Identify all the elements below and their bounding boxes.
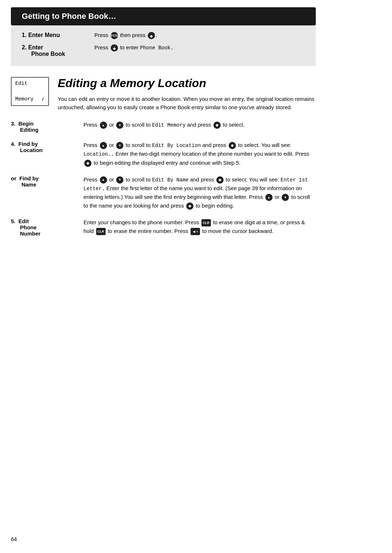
edit-memory-mono: Edit Memory: [152, 122, 185, 128]
dn-inner: ▼: [118, 123, 122, 128]
box-memory-text: Memory: [15, 96, 33, 102]
nav-sel-icon-1: [148, 32, 155, 39]
step-1-label: 1. Enter Menu: [22, 32, 94, 38]
step-2-desc: Press to enter Phone Book.: [94, 44, 305, 52]
step-2-label: 2. EnterPhone Book: [22, 44, 94, 57]
up-inner-or: ▲: [102, 177, 105, 182]
box-line2: Memory ♪: [15, 96, 45, 102]
bk-icon: ◄×: [191, 228, 200, 235]
fcn-icon: FCN: [111, 32, 118, 39]
sel-icon-or2: ◆: [186, 202, 193, 210]
step-2-row: 2. EnterPhone Book Press to enter Phone …: [22, 44, 305, 57]
dn-icon-or: ▼: [116, 176, 123, 184]
step-3-content: Press ▲ or ▼ to scroll to Edit Memory an…: [83, 120, 316, 129]
sel-inner-or1: ◆: [219, 177, 221, 183]
dn-inner-or: ▼: [118, 177, 122, 182]
main-content: Edit Memory ♪ Editing a Memory Location …: [11, 77, 316, 120]
dn-inner-or2: ▼: [284, 195, 287, 200]
sel-inner-4b: ◆: [86, 160, 89, 166]
step-1-desc: Press FCN then press .: [94, 32, 305, 39]
edit-by-loc-mono: Edit By Loca­tion: [152, 143, 201, 148]
dn-icon-or2: ▼: [282, 194, 289, 201]
sel-inner-4a: ◆: [231, 143, 234, 148]
step-or-block: or Find by Name Press ▲ or ▼ to scroll t…: [11, 175, 316, 210]
sel-icon-3: ◆: [213, 122, 221, 129]
getting-header-banner: Getting to Phone Book…: [11, 7, 316, 25]
box-line1: Edit: [15, 81, 45, 86]
up-inner-or2: ▲: [267, 195, 270, 200]
nav-sel-icon-2: [111, 44, 118, 52]
clr-icon-1: CLR: [201, 219, 211, 226]
up-icon-4a: ▲: [100, 142, 107, 149]
up-inner: ▲: [102, 123, 105, 128]
step-4-label: 4. Find by Location: [11, 141, 83, 153]
step-5-content: Enter your changes to the phone number. …: [83, 218, 316, 235]
sel-icon-4a: ◆: [229, 142, 236, 149]
sel-inner-3: ◆: [216, 122, 219, 128]
edit-by-name-mono: Edit By Name: [152, 177, 189, 183]
location-mono: Location….: [83, 151, 114, 157]
step-or-label: or Find by Name: [11, 175, 83, 188]
getting-section: 1. Enter Menu Press FCN then press . 2. …: [11, 25, 316, 66]
step-4-block: 4. Find by Location Press ▲ or ▼ to scro…: [11, 141, 316, 167]
step-4-content: Press ▲ or ▼ to scroll to Edit By Loca­t…: [83, 141, 316, 167]
dn-icon-4a: ▼: [116, 142, 123, 149]
edit-memory-box: Edit Memory ♪: [11, 77, 49, 106]
step-5-label: 5. Edit Phone Number: [11, 218, 83, 237]
up-icon-or: ▲: [100, 176, 107, 184]
step-5-block: 5. Edit Phone Number Enter your changes …: [11, 218, 316, 237]
dn-inner-4a: ▼: [118, 143, 122, 148]
step-3-label: 3. Begin Editing: [11, 120, 83, 133]
step-1-row: 1. Enter Menu Press FCN then press .: [22, 32, 305, 39]
sel-inner-or2: ◆: [188, 203, 191, 209]
intro-paragraph: You can edit an entry or move it to anot…: [58, 95, 316, 112]
up-icon-3a: ▲: [100, 122, 107, 129]
nav-sel-inner: [150, 33, 153, 38]
sel-icon-or1: ◆: [216, 176, 224, 184]
up-inner-4a: ▲: [102, 143, 105, 148]
up-icon-or2: ▲: [265, 194, 273, 201]
clr-icon-2: CLR: [96, 228, 106, 235]
box-icon: ♪: [41, 96, 45, 102]
step-3-block: 3. Begin Editing Press ▲ or ▼ to scroll …: [11, 120, 316, 133]
sel-icon-4b: ◆: [84, 160, 91, 167]
page-number: 64: [11, 536, 17, 542]
dn-icon-3a: ▼: [116, 122, 123, 129]
section-title: Editing a Memory Location: [58, 77, 316, 90]
step-or-content: Press ▲ or ▼ to scroll to Edit By Name a…: [83, 175, 316, 210]
banner-title: Getting to Phone Book…: [22, 12, 116, 21]
nav-sel-inner-2: [113, 45, 116, 51]
steps-container: 3. Begin Editing Press ▲ or ▼ to scroll …: [11, 120, 316, 256]
right-content: Editing a Memory Location You can edit a…: [58, 77, 316, 120]
box-edit-text: Edit: [15, 81, 28, 86]
